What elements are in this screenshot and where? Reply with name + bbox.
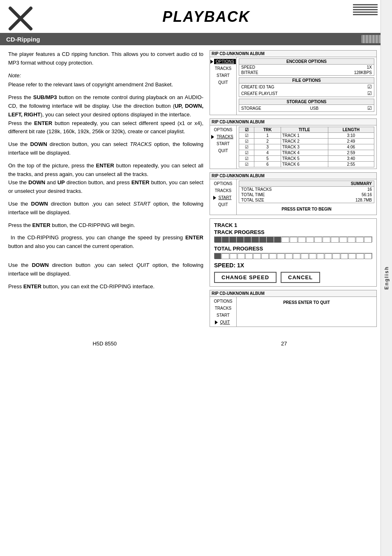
track-segment — [306, 237, 314, 243]
total-progress-bar — [214, 253, 372, 259]
track-num: 5 — [254, 156, 281, 162]
menu-item-options-3[interactable]: OPTIONS — [211, 181, 235, 186]
total-segment — [301, 253, 308, 259]
total-segment — [348, 253, 356, 259]
summary-section: SUMMARY TOTAL TRACKS 16 TOTAL TIME 56:16… — [239, 181, 374, 203]
total-segment — [332, 253, 340, 259]
total-segment — [261, 253, 269, 259]
arrow-icon-5 — [215, 320, 218, 324]
menu-item-tracks-3[interactable]: TRACKS — [211, 188, 235, 193]
table-row: ☑ 4 TRACK 4 2:59 — [239, 150, 374, 156]
track-segment — [339, 237, 347, 243]
track-segment — [364, 237, 372, 243]
bold-down-4: DOWN — [32, 262, 48, 268]
create-id3-label: CREATE ID3 TAG — [241, 85, 274, 89]
menu-item-start-3[interactable]: START — [217, 195, 233, 200]
total-segment — [238, 253, 245, 259]
total-segment — [221, 253, 229, 259]
panel3-body: OPTIONS TRACKS START QUIT SUMMARY TOTAL … — [210, 179, 376, 215]
menu-item-start-5[interactable]: START — [211, 313, 235, 318]
menu-item-quit-3[interactable]: QUIT — [211, 202, 235, 207]
th-title: TITLE — [281, 127, 328, 133]
track-length: 3:40 — [328, 156, 374, 162]
track-length: 2:55 — [328, 162, 374, 167]
menu-item-quit-5[interactable]: QUIT — [219, 320, 232, 325]
bold-enter-5: ENTER — [185, 234, 203, 241]
total-segment — [293, 253, 300, 259]
panel5-menu-arrow-quit: QUIT — [215, 320, 232, 325]
storage-options-section: STORAGE OPTIONS STORAGE USB ☑ — [239, 99, 374, 112]
bold-down-3: DOWN — [31, 201, 48, 207]
track-label: TRACK 1 — [214, 222, 372, 228]
track-progress-bar — [214, 236, 372, 242]
panel2-tracks-table-container: ☑ TRK TITLE LENGTH ☑ 1 TRACK 1 3:10 ☑ 2 … — [237, 125, 376, 169]
menu-item-tracks-1[interactable]: TRACKS — [211, 66, 235, 71]
panel1-body: OPTIONS TRACKS START QUIT ENCODER OPTION… — [210, 57, 376, 115]
press-enter-begin: PRESS ENTER TO BEGIN — [239, 205, 374, 213]
track-num: 4 — [254, 150, 281, 156]
menu-item-options-5[interactable]: OPTIONS — [211, 299, 235, 304]
bold-enter-6: ENTER — [23, 283, 42, 290]
track-segment — [356, 237, 364, 243]
total-time-value: 56:16 — [362, 192, 372, 197]
total-segment-bar — [214, 253, 372, 259]
panel2-title: RIP CD-UNKNOWN ALBUM — [210, 119, 376, 125]
bitrate-value: 128KBPS — [354, 70, 372, 75]
track-segment — [331, 237, 339, 243]
track-segment — [274, 237, 281, 243]
table-row: ☑ 1 TRACK 1 3:10 — [239, 133, 374, 139]
menu-item-options-2[interactable]: OPTIONS — [211, 127, 235, 132]
panel-progress: TRACK 1 TRACK PROGRESS TOTAL PROGRESS SP… — [210, 218, 377, 287]
english-label: English — [384, 266, 390, 290]
track-segment — [244, 237, 251, 243]
menu-item-start-1[interactable]: START — [211, 73, 235, 78]
cancel-button[interactable]: CANCEL — [281, 272, 320, 283]
panel2-menu-arrow-tracks: TRACKS — [211, 134, 235, 139]
total-segment — [253, 253, 261, 259]
paragraph-down-start: Use the DOWN direction button ,you can s… — [8, 200, 203, 217]
panel-summary: RIP CD-UNKNOWN ALBUM OPTIONS TRACKS STAR… — [210, 172, 377, 215]
total-size-row: TOTAL SIZE 128.7MB — [239, 197, 374, 203]
brand-logo — [8, 6, 33, 31]
track-title: TRACK 5 — [281, 156, 328, 162]
menu-item-quit-2[interactable]: QUIT — [211, 148, 235, 153]
track-segment — [237, 237, 244, 243]
menu-item-tracks-5[interactable]: TRACKS — [211, 306, 235, 311]
total-time-row: TOTAL TIME 56:16 — [239, 192, 374, 197]
th-length: LENGTH — [328, 127, 374, 133]
bitrate-label: BITRATE — [241, 70, 258, 75]
bold-up-1: UP — [58, 179, 65, 185]
panel5-title: RIP CD-UNKNOWN ALBUM — [210, 290, 376, 297]
track-title: TRACK 6 — [281, 162, 328, 167]
track-length: 3:10 — [328, 133, 374, 139]
total-size-value: 128.7MB — [355, 198, 372, 202]
paragraph-down-quit: Use the DOWN direction button ,you can s… — [8, 261, 203, 278]
track-title: TRACK 1 — [281, 133, 328, 139]
menu-item-quit-1[interactable]: QUIT — [211, 80, 235, 85]
paragraph-enter-top: On the top of the picture, press the ENT… — [8, 162, 203, 196]
bold-enter-2: ENTER — [96, 162, 114, 169]
track-header-row: ☑ TRK TITLE LENGTH — [239, 127, 374, 133]
track-title: TRACK 2 — [281, 139, 328, 144]
track-num: 1 — [254, 133, 281, 139]
press-enter-quit: PRESS ENTER TO QUIT — [239, 298, 374, 307]
menu-item-tracks-2[interactable]: TRACKS — [215, 134, 235, 139]
track-table-body: ☑ 1 TRACK 1 3:10 ☑ 2 TRACK 2 2:49 ☑ 3 TR… — [239, 133, 374, 167]
section-heading: CD-Ripping — [0, 33, 392, 45]
speed-row: SPEED 1X — [239, 65, 374, 70]
track-checkbox: ☑ — [239, 156, 254, 162]
track-checkbox: ☑ — [239, 144, 254, 150]
table-row: ☑ 6 TRACK 6 2:55 — [239, 162, 374, 167]
arrow-icon-3 — [213, 196, 216, 200]
total-segment — [214, 253, 221, 259]
track-checkbox: ☑ — [239, 150, 254, 156]
menu-item-options-1[interactable]: OPTIONS — [214, 59, 236, 64]
track-checkbox: ☑ — [239, 162, 254, 167]
total-segment — [341, 253, 348, 259]
bitrate-row: BITRATE 128KBPS — [239, 70, 374, 75]
menu-item-start-2[interactable]: START — [211, 141, 235, 146]
track-title: TRACK 3 — [281, 144, 328, 150]
change-speed-button[interactable]: CHANGE SPEED — [214, 272, 277, 283]
track-num: 3 — [254, 144, 281, 150]
track-segment — [267, 237, 274, 243]
